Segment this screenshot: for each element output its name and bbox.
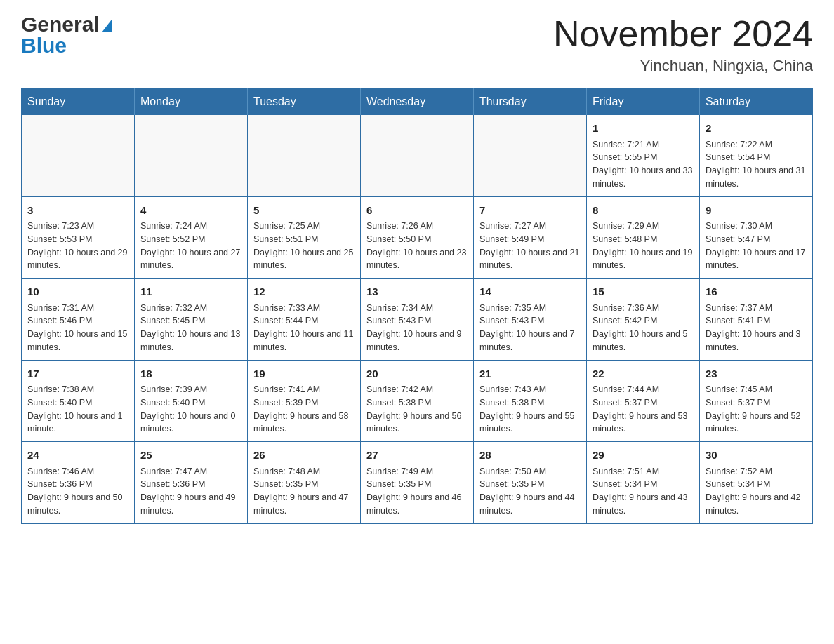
day-number: 5 xyxy=(253,203,355,219)
calendar-week-4: 17Sunrise: 7:38 AMSunset: 5:40 PMDayligh… xyxy=(22,360,813,442)
day-number: 24 xyxy=(27,448,128,464)
day-number: 12 xyxy=(253,284,355,300)
day-number: 2 xyxy=(706,121,807,137)
calendar-cell: 25Sunrise: 7:47 AMSunset: 5:36 PMDayligh… xyxy=(134,442,247,524)
day-number: 10 xyxy=(27,284,128,300)
day-info: Sunrise: 7:31 AM xyxy=(27,302,128,315)
day-info: Daylight: 10 hours and 3 minutes. xyxy=(706,328,807,354)
day-number: 22 xyxy=(593,366,694,382)
calendar-cell: 3Sunrise: 7:23 AMSunset: 5:53 PMDaylight… xyxy=(22,196,135,279)
day-info: Sunrise: 7:35 AM xyxy=(479,302,581,315)
day-number: 11 xyxy=(140,284,241,300)
day-info: Sunset: 5:47 PM xyxy=(706,233,807,246)
day-info: Sunrise: 7:23 AM xyxy=(27,220,128,233)
day-info: Sunset: 5:40 PM xyxy=(140,396,241,410)
day-info: Sunset: 5:36 PM xyxy=(27,478,128,491)
day-info: Sunset: 5:52 PM xyxy=(140,233,241,246)
day-number: 15 xyxy=(593,284,694,300)
calendar-cell: 13Sunrise: 7:34 AMSunset: 5:43 PMDayligh… xyxy=(360,279,473,361)
day-info: Daylight: 10 hours and 21 minutes. xyxy=(479,246,581,273)
day-number: 4 xyxy=(140,203,241,219)
calendar-header-row: SundayMondayTuesdayWednesdayThursdayFrid… xyxy=(22,88,813,116)
day-info: Daylight: 10 hours and 27 minutes. xyxy=(140,246,241,273)
day-info: Sunset: 5:53 PM xyxy=(27,233,128,246)
day-info: Sunrise: 7:52 AM xyxy=(706,465,807,478)
day-info: Sunset: 5:42 PM xyxy=(593,314,694,328)
day-info: Daylight: 10 hours and 25 minutes. xyxy=(253,246,355,273)
day-number: 3 xyxy=(27,203,128,219)
calendar-cell: 9Sunrise: 7:30 AMSunset: 5:47 PMDaylight… xyxy=(699,196,812,279)
day-info: Daylight: 10 hours and 33 minutes. xyxy=(593,164,694,191)
calendar-cell: 8Sunrise: 7:29 AMSunset: 5:48 PMDaylight… xyxy=(586,196,699,279)
day-info: Sunset: 5:48 PM xyxy=(593,233,694,246)
day-number: 13 xyxy=(366,284,468,300)
day-info: Sunset: 5:51 PM xyxy=(253,233,355,246)
day-info: Sunset: 5:55 PM xyxy=(593,151,694,164)
calendar-cell: 2Sunrise: 7:22 AMSunset: 5:54 PMDaylight… xyxy=(699,115,812,196)
day-info: Daylight: 10 hours and 15 minutes. xyxy=(27,328,128,354)
day-info: Daylight: 9 hours and 43 minutes. xyxy=(593,491,694,518)
day-info: Sunset: 5:43 PM xyxy=(479,314,581,328)
calendar-cell: 7Sunrise: 7:27 AMSunset: 5:49 PMDaylight… xyxy=(473,196,586,279)
day-info: Sunset: 5:41 PM xyxy=(706,314,807,328)
logo-triangle-icon xyxy=(102,20,112,32)
day-number: 27 xyxy=(366,448,468,464)
day-number: 19 xyxy=(253,366,355,382)
col-header-friday: Friday xyxy=(586,88,699,116)
day-info: Sunrise: 7:37 AM xyxy=(706,302,807,315)
day-info: Sunrise: 7:26 AM xyxy=(366,220,468,233)
col-header-sunday: Sunday xyxy=(22,88,135,116)
logo-blue-text: Blue xyxy=(21,34,67,57)
calendar-cell xyxy=(360,115,473,196)
day-info: Daylight: 10 hours and 0 minutes. xyxy=(140,410,241,436)
day-info: Daylight: 9 hours and 53 minutes. xyxy=(593,410,694,436)
day-info: Sunrise: 7:46 AM xyxy=(27,465,128,478)
calendar-cell: 19Sunrise: 7:41 AMSunset: 5:39 PMDayligh… xyxy=(247,360,360,442)
calendar-cell: 6Sunrise: 7:26 AMSunset: 5:50 PMDaylight… xyxy=(360,196,473,279)
day-number: 9 xyxy=(706,203,807,219)
day-number: 28 xyxy=(479,448,581,464)
day-info: Daylight: 10 hours and 29 minutes. xyxy=(27,246,128,273)
day-info: Sunset: 5:36 PM xyxy=(140,478,241,491)
day-info: Daylight: 9 hours and 50 minutes. xyxy=(27,491,128,518)
calendar-cell: 17Sunrise: 7:38 AMSunset: 5:40 PMDayligh… xyxy=(22,360,135,442)
day-info: Sunset: 5:35 PM xyxy=(253,478,355,491)
day-info: Sunrise: 7:43 AM xyxy=(479,383,581,396)
day-info: Daylight: 9 hours and 56 minutes. xyxy=(366,410,468,436)
day-info: Sunrise: 7:36 AM xyxy=(593,302,694,315)
day-info: Daylight: 10 hours and 23 minutes. xyxy=(366,246,468,273)
calendar-cell: 29Sunrise: 7:51 AMSunset: 5:34 PMDayligh… xyxy=(586,442,699,524)
day-number: 7 xyxy=(479,203,581,219)
day-info: Daylight: 9 hours and 55 minutes. xyxy=(479,410,581,436)
day-info: Daylight: 9 hours and 44 minutes. xyxy=(479,491,581,518)
day-info: Daylight: 10 hours and 5 minutes. xyxy=(593,328,694,354)
day-number: 25 xyxy=(140,448,241,464)
day-info: Sunset: 5:34 PM xyxy=(706,478,807,491)
day-number: 16 xyxy=(706,284,807,300)
calendar-week-2: 3Sunrise: 7:23 AMSunset: 5:53 PMDaylight… xyxy=(22,196,813,279)
day-info: Sunrise: 7:21 AM xyxy=(593,138,694,152)
day-info: Sunset: 5:45 PM xyxy=(140,314,241,328)
calendar-cell: 10Sunrise: 7:31 AMSunset: 5:46 PMDayligh… xyxy=(22,279,135,361)
day-info: Sunset: 5:40 PM xyxy=(27,396,128,410)
day-info: Sunset: 5:44 PM xyxy=(253,314,355,328)
day-info: Sunrise: 7:33 AM xyxy=(253,302,355,315)
day-info: Sunrise: 7:50 AM xyxy=(479,465,581,478)
day-info: Daylight: 9 hours and 49 minutes. xyxy=(140,491,241,518)
logo: General Blue xyxy=(21,14,112,56)
day-number: 21 xyxy=(479,366,581,382)
day-info: Sunset: 5:38 PM xyxy=(366,396,468,410)
day-info: Sunset: 5:39 PM xyxy=(253,396,355,410)
calendar-table: SundayMondayTuesdayWednesdayThursdayFrid… xyxy=(21,88,813,524)
calendar-cell xyxy=(247,115,360,196)
col-header-monday: Monday xyxy=(134,88,247,116)
calendar-cell: 21Sunrise: 7:43 AMSunset: 5:38 PMDayligh… xyxy=(473,360,586,442)
day-number: 8 xyxy=(593,203,694,219)
calendar-cell xyxy=(473,115,586,196)
day-info: Daylight: 9 hours and 52 minutes. xyxy=(706,410,807,436)
calendar-cell: 28Sunrise: 7:50 AMSunset: 5:35 PMDayligh… xyxy=(473,442,586,524)
day-number: 29 xyxy=(593,448,694,464)
day-info: Sunrise: 7:47 AM xyxy=(140,465,241,478)
day-info: Daylight: 9 hours and 42 minutes. xyxy=(706,491,807,518)
calendar-cell: 26Sunrise: 7:48 AMSunset: 5:35 PMDayligh… xyxy=(247,442,360,524)
